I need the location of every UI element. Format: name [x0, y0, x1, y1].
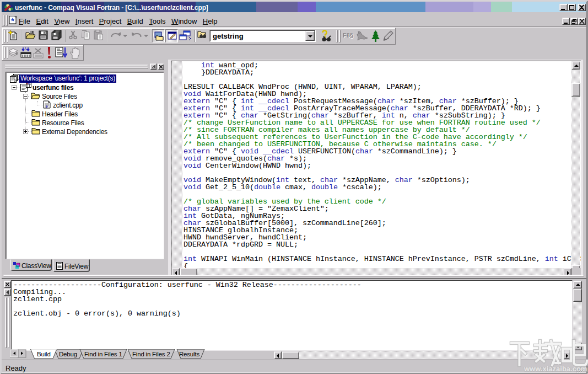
- svg-text:Find in Files 2: Find in Files 2: [132, 351, 170, 357]
- svg-text:Build: Build: [37, 351, 51, 357]
- svg-text:www.xiazaiba.com: www.xiazaiba.com: [524, 365, 587, 373]
- svg-text:Debug: Debug: [59, 351, 77, 357]
- svg-text:Results: Results: [179, 351, 199, 357]
- svg-text:Find in Files 1: Find in Files 1: [84, 351, 122, 357]
